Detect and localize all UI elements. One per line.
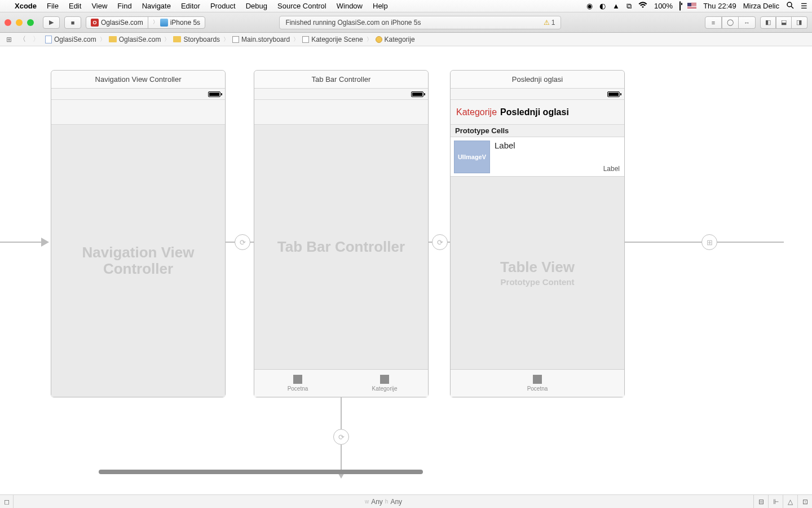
svg-point-0 [787,2,792,7]
battery-icon [208,91,220,97]
navigation-bar [51,100,225,125]
tab-pocetna[interactable]: Pocetna [254,370,341,397]
scene-icon [302,36,309,43]
menu-source-control[interactable]: Source Control [277,2,326,10]
crumb-scene[interactable]: Kategorije Scene [301,36,364,43]
chevron-sep-icon: 〉 [223,36,229,43]
h-prefix: h [385,498,389,505]
gdrive-icon[interactable]: ▲ [612,2,620,10]
standard-editor-button[interactable]: ≡ [705,16,722,29]
folder-icon [173,36,181,42]
warning-count: 1 [551,19,555,27]
scene-navigation-controller[interactable]: Navigation View Controller Navigation Vi… [51,70,226,397]
battery-icon [607,91,620,97]
placeholder-label: Tab Bar Controller [277,239,405,255]
align-button[interactable]: ⊟ [753,495,768,508]
menu-view[interactable]: View [91,2,107,10]
tab-icon [293,375,302,384]
chevron-sep-icon: 〉 [100,36,105,43]
close-window-button[interactable] [5,19,11,26]
scene-tabbar-controller[interactable]: Tab Bar Controller Tab Bar Controller Po… [254,70,429,397]
run-button[interactable]: ▶ [43,16,60,29]
segue-node[interactable]: ⟳ [333,429,349,445]
chevron-sep-icon: 〉 [164,36,170,43]
nav-back-button[interactable]: 〈 [17,34,28,45]
scene-body: Navigation View Controller [51,125,225,397]
battery-percent[interactable]: 100% [654,2,673,10]
uiimageview-placeholder: UIImageV [454,141,490,173]
horizontal-scrollbar[interactable] [99,470,423,474]
crumb-project[interactable]: OglasiSe.com [44,36,98,43]
size-class-w: Any [371,498,383,506]
resizing-button[interactable]: ⊡ [797,495,812,508]
viewcontroller-icon [376,36,382,43]
notification-center-icon[interactable]: ☰ [801,2,807,10]
spotlight-icon[interactable] [786,1,794,11]
tab-bar: Pocetna [451,369,624,397]
related-items-button[interactable]: ⊞ [3,34,15,45]
minimize-window-button[interactable] [16,19,23,26]
input-source-flag-icon[interactable] [687,3,696,9]
zoom-window-button[interactable] [27,19,34,26]
jump-bar: ⊞ 〈 〉 OglasiSe.com 〉 OglasiSe.com 〉 Stor… [0,33,812,46]
cell-detail-label: Label [603,165,620,173]
menu-edit[interactable]: Edit [69,2,81,10]
storyboard-canvas[interactable]: Navigation View Controller Navigation Vi… [0,46,812,494]
nav-back-button[interactable]: Kategorije [456,107,497,117]
segue-line [0,242,42,243]
menu-file[interactable]: File [47,2,59,10]
warning-icon: ⚠ [544,19,550,27]
scene-body: Tab Bar Controller [254,125,428,369]
app-menu[interactable]: Xcode [15,2,37,10]
scheme-selector[interactable]: O OglasiSe.com 〉 iPhone 5s [86,16,205,29]
w-prefix: w [365,498,369,505]
menu-window[interactable]: Window [337,2,363,10]
menu-help[interactable]: Help [373,2,388,10]
activity-viewer[interactable]: Finished running OglasiSe.com on iPhone … [279,16,561,29]
menu-product[interactable]: Product [210,2,236,10]
scene-title: Poslednji oglasi [451,71,624,89]
prototype-cells-header: Prototype Cells [451,125,624,137]
tab-icon [533,375,542,384]
tab-pocetna[interactable]: Pocetna [451,370,624,397]
battery-icon[interactable] [679,2,681,10]
tab-kategorije[interactable]: Kategorije [341,370,428,397]
segue-node[interactable]: ⟳ [235,234,250,250]
dnd-icon[interactable]: ◐ [599,2,606,10]
tableview-placeholder-subtitle: Prototype Content [501,277,575,287]
prototype-cell[interactable]: UIImageV Label Label [451,137,624,177]
assistant-editor-button[interactable]: ◯ [722,16,739,29]
menu-navigate[interactable]: Navigate [142,2,171,10]
status-bar [51,89,225,100]
displays-icon[interactable]: ⧉ [626,2,632,11]
battery-icon [411,91,423,97]
pin-button[interactable]: ⊩ [768,495,783,508]
segue-node[interactable]: ⟳ [432,234,448,250]
toggle-debug-button[interactable]: ⬓ [776,16,792,29]
menu-find[interactable]: Find [117,2,131,10]
resolve-issues-button[interactable]: △ [783,495,797,508]
clock[interactable]: Thu 22:49 [703,2,736,10]
scene-poslednji-oglasi[interactable]: Poslednji oglasi Kategorije Poslednji og… [450,70,625,397]
size-class-control[interactable]: wAny hAny [14,498,753,506]
crumb-storyboard[interactable]: Main.storyboard [231,36,291,43]
crumb-viewcontroller[interactable]: Kategorije [374,36,416,43]
user-menu[interactable]: Mirza Delic [743,2,779,10]
tab-label: Pocetna [527,386,548,392]
project-icon: O [91,19,99,27]
nav-forward-button[interactable]: 〉 [30,34,42,45]
chevron-sep-icon: 〉 [293,36,299,43]
document-outline-toggle[interactable]: ◻ [0,495,14,508]
menu-editor[interactable]: Editor [181,2,200,10]
toggle-utilities-button[interactable]: ◨ [792,16,807,29]
toggle-navigator-button[interactable]: ◧ [760,16,776,29]
version-editor-button[interactable]: ↔ [739,16,756,29]
menu-debug[interactable]: Debug [246,2,267,10]
activity-text: Finished running OglasiSe.com on iPhone … [285,19,421,27]
viber-icon[interactable]: ◉ [586,2,593,10]
crumb-group-1[interactable]: OglasiSe.com [108,36,162,43]
crumb-group-2[interactable]: Storyboards [172,36,221,43]
stop-button[interactable]: ■ [64,16,81,29]
wifi-icon[interactable] [638,2,647,10]
segue-node[interactable]: ⊞ [701,234,717,250]
